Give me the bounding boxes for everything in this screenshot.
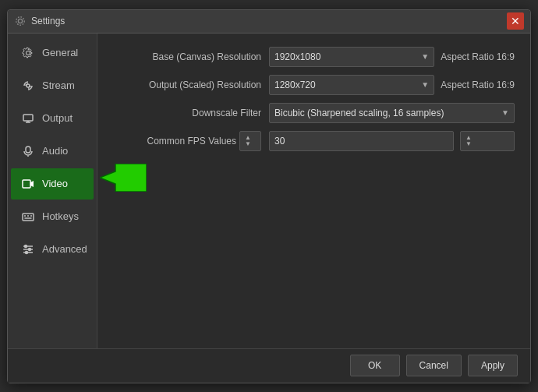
title-text: Settings: [31, 16, 65, 26]
video-icon: [20, 176, 36, 192]
video-settings-section: Base (Canvas) Resolution 1920x1080 ▼ Asp…: [113, 46, 515, 152]
output-resolution-arrow: ▼: [421, 80, 429, 89]
title-bar: Settings ✕: [8, 10, 530, 34]
fps-spinner-arrows: ▲ ▼: [245, 135, 251, 147]
sidebar-item-stream-label: Stream: [42, 79, 75, 91]
fps-value-display[interactable]: 30: [269, 131, 454, 151]
downscale-filter-select[interactable]: Bicubic (Sharpened scaling, 16 samples) …: [269, 103, 515, 123]
advanced-icon: [20, 242, 36, 257]
fps-control: 30 ▲ ▼: [269, 131, 515, 151]
output-aspect-ratio-label: Aspect Ratio 16:9: [441, 79, 515, 90]
sidebar-item-audio[interactable]: Audio: [11, 136, 94, 167]
base-resolution-row: Base (Canvas) Resolution 1920x1080 ▼ Asp…: [113, 46, 515, 68]
sidebar: General Stream: [8, 34, 97, 348]
sidebar-item-general-label: General: [42, 47, 78, 58]
sidebar-item-hotkeys-label: Hotkeys: [42, 210, 79, 222]
fps-label: Common FPS Values ▲ ▼: [113, 131, 269, 151]
base-resolution-select[interactable]: 1920x1080 ▼: [269, 47, 434, 67]
base-resolution-arrow: ▼: [421, 52, 429, 61]
sidebar-item-audio-label: Audio: [42, 145, 68, 157]
sidebar-item-general[interactable]: General: [11, 37, 94, 69]
fps-label-text: Common FPS Values: [147, 136, 237, 147]
hotkeys-icon: [20, 209, 36, 224]
downscale-filter-row: Downscale Filter Bicubic (Sharpened scal…: [113, 102, 515, 124]
svg-point-2: [27, 84, 30, 87]
sidebar-item-advanced-label: Advanced: [42, 243, 87, 255]
svg-rect-4: [26, 147, 30, 153]
base-resolution-control: 1920x1080 ▼ Aspect Ratio 16:9: [269, 47, 515, 67]
sidebar-item-hotkeys[interactable]: Hotkeys: [11, 201, 94, 232]
sidebar-item-video[interactable]: Video: [11, 168, 94, 200]
output-icon: [20, 111, 36, 126]
output-resolution-label: Output (Scaled) Resolution: [113, 79, 269, 90]
sidebar-item-stream[interactable]: Stream: [11, 70, 94, 101]
cancel-button[interactable]: Cancel: [406, 355, 462, 376]
downscale-filter-label: Downscale Filter: [113, 108, 269, 118]
content-area: General Stream: [8, 34, 530, 348]
fps-type-spinner[interactable]: ▲ ▼: [239, 131, 261, 151]
output-resolution-select[interactable]: 1280x720 ▼: [269, 75, 434, 95]
downscale-filter-arrow: ▼: [501, 108, 509, 117]
base-resolution-label: Base (Canvas) Resolution: [113, 51, 269, 62]
audio-icon: [20, 143, 36, 159]
svg-point-12: [29, 248, 31, 250]
base-aspect-ratio-label: Aspect Ratio 16:9: [441, 51, 515, 62]
svg-rect-5: [23, 180, 30, 188]
fps-value-spinner[interactable]: ▲ ▼: [460, 131, 515, 151]
base-resolution-value: 1920x1080: [274, 51, 320, 62]
output-resolution-row: Output (Scaled) Resolution 1280x720 ▼ As…: [113, 74, 515, 96]
settings-title-icon: [14, 15, 27, 27]
svg-rect-3: [23, 115, 33, 121]
main-content: Base (Canvas) Resolution 1920x1080 ▼ Asp…: [97, 34, 530, 348]
fps-row: Common FPS Values ▲ ▼ 30: [113, 130, 515, 152]
fps-value-text: 30: [274, 136, 285, 147]
gear-icon: [20, 45, 36, 61]
sidebar-item-output-label: Output: [42, 112, 73, 124]
svg-point-13: [26, 251, 28, 253]
svg-rect-6: [23, 214, 34, 221]
close-button[interactable]: ✕: [507, 12, 524, 30]
sidebar-item-output[interactable]: Output: [11, 103, 94, 134]
settings-window: Settings ✕ General: [7, 9, 531, 383]
sidebar-item-video-label: Video: [42, 178, 68, 189]
output-resolution-control: 1280x720 ▼ Aspect Ratio 16:9: [269, 75, 515, 95]
title-bar-left: Settings: [14, 15, 65, 27]
sidebar-item-advanced[interactable]: Advanced: [11, 234, 94, 265]
output-resolution-value: 1280x720: [274, 79, 316, 90]
svg-point-11: [25, 245, 27, 247]
downscale-filter-control: Bicubic (Sharpened scaling, 16 samples) …: [269, 103, 515, 123]
svg-point-1: [16, 17, 25, 26]
ok-button[interactable]: OK: [350, 355, 400, 376]
svg-point-0: [18, 19, 22, 23]
apply-button[interactable]: Apply: [468, 355, 518, 376]
downscale-filter-value: Bicubic (Sharpened scaling, 16 samples): [274, 108, 444, 118]
stream-icon: [20, 78, 36, 94]
fps-value-spinner-arrows: ▲ ▼: [465, 135, 472, 147]
footer: OK Cancel Apply: [8, 348, 530, 383]
